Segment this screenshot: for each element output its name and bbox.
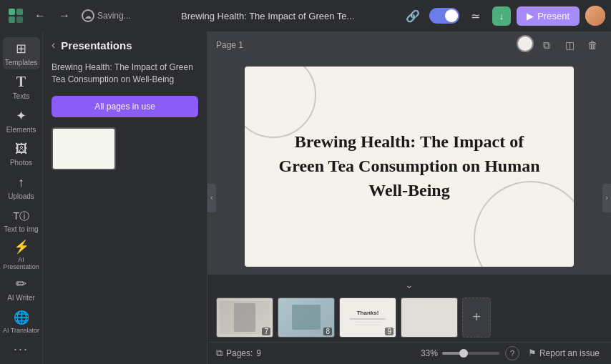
add-page-icon: + [472,309,481,325]
sidebar-item-texts[interactable]: T Texts [3,71,40,103]
saving-text: Saving... [97,11,131,21]
duplicate-button[interactable]: ⧉ [537,35,557,55]
avatar[interactable] [585,6,605,26]
panel-header: ‹ Presentations [43,31,207,59]
connect-button[interactable]: 🔗 [402,5,424,26]
report-icon: ⚑ [528,348,537,358]
pages-icon: ⧉ [216,348,223,359]
report-issue-button[interactable]: ⚑ Report an issue [525,346,602,360]
undo-button[interactable]: ← [30,6,50,26]
sidebar-item-uploads[interactable]: ↑ Uploads [3,172,40,204]
zoom-slider[interactable] [442,352,499,355]
canvas-area: Page 1 ⧉ ◫ 🗑 ‹ Brewing Health: The Impac… [207,31,611,364]
sidebar-item-photos[interactable]: 🖼 Photos [3,138,40,170]
panel-title: Presentations [61,39,132,51]
status-bar: ⧉ Pages: 9 33% ? ⚑ Report an issue [207,342,611,364]
main-content: ⊞ Templates T Texts ✦ Elements 🖼 Photos … [0,31,611,364]
thumbnail-area [43,122,207,176]
texts-label: Texts [13,92,29,100]
toggle-switch[interactable] [429,8,459,24]
color-picker[interactable] [517,35,534,52]
sidebar-item-templates[interactable]: ⊞ Templates [3,37,40,69]
zoom-percentage: 33% [413,348,438,358]
pages-info: ⧉ Pages: 9 [216,348,261,359]
filmstrip-toggle: ⌄ [207,275,611,295]
icon-sidebar: ⊞ Templates T Texts ✦ Elements 🖼 Photos … [0,31,43,364]
film-thumb-blank[interactable] [401,297,458,338]
film-num-7: 7 [262,328,270,335]
pages-count: 9 [256,348,261,358]
back-button[interactable]: ‹ [52,39,55,51]
page-label: Page 1 [216,40,243,50]
ai-presentation-icon: ⚡ [14,239,29,255]
more-items[interactable]: ··· [3,340,40,358]
redo-button[interactable]: → [54,6,74,26]
delete-button[interactable]: 🗑 [582,35,602,55]
zoom-thumb [459,349,468,358]
ai-translator-icon: 🌐 [14,310,29,325]
sidebar-item-ai-presentation[interactable]: ⚡ AI Presentation [3,239,40,271]
film-thumb-7[interactable]: 7 [216,297,273,338]
sidebar-item-ai-translator[interactable]: 🌐 AI Translator [3,306,40,338]
photos-icon: 🖼 [15,142,28,157]
filmstrip-chevron-button[interactable]: ⌄ [396,277,422,292]
all-pages-button[interactable]: All pages in use [52,96,198,117]
film-num-8: 8 [323,328,332,335]
toggle-knob [445,9,458,22]
collapse-right-handle[interactable]: › [602,184,611,212]
help-button[interactable]: ? [505,346,519,360]
templates-label: Templates [5,59,38,67]
slide-thumbnail[interactable] [52,127,116,170]
uploads-label: Uploads [8,192,34,200]
presentation-info: Brewing Health: The Impact of Green Tea … [43,59,207,92]
collapse-left-handle[interactable]: ‹ [207,184,216,212]
panel-sidebar: ‹ Presentations Brewing Health: The Impa… [43,31,207,364]
sidebar-item-text-to-img[interactable]: Tⓘ Text to img [3,205,40,237]
download-icon: ↓ [499,11,504,21]
present-label: Present [537,11,570,21]
ai-translator-label: AI Translator [3,328,39,335]
ai-presentation-label: AI Presentation [3,257,40,271]
present-button[interactable]: ▶ Present [517,6,580,26]
share-button[interactable]: ≃ [465,5,487,26]
app-header: ← → ☁ Saving... Brewing Health: The Impa… [0,0,611,31]
film-thumb-9[interactable]: Thanks! 9 [339,297,396,338]
slide-title: Brewing Health: The Impact of Green Tea … [245,116,574,217]
add-page-button[interactable]: + [462,297,491,338]
document-title: Brewing Health: The Impact of Green Te..… [138,11,398,21]
presentation-name: Brewing Health: The Impact of Green Tea … [52,62,198,86]
text-to-img-icon: Tⓘ [13,210,29,223]
film-thumb-8[interactable]: 8 [278,297,335,338]
svg-rect-0 [9,9,15,15]
svg-rect-1 [16,9,23,15]
templates-icon: ⊞ [16,41,26,56]
app-logo [6,6,26,26]
sidebar-item-elements[interactable]: ✦ Elements [3,104,40,137]
elements-icon: ✦ [16,108,26,124]
ai-writer-label: AI Writer [7,294,35,302]
elements-label: Elements [6,126,36,134]
zoom-control: 33% [413,348,499,358]
present-icon: ▶ [527,11,534,21]
filmstrip-container: ⌄ 7 8 [207,274,611,342]
uploads-icon: ↑ [18,175,24,190]
zoom-fill [442,352,461,355]
film-thanks-text: Thanks! [357,310,379,316]
avatar-image [585,6,605,26]
blank-content [401,298,457,337]
photos-label: Photos [10,159,32,167]
svg-rect-2 [9,16,15,23]
download-button[interactable]: ↓ [492,6,512,26]
film-num-9: 9 [385,328,394,335]
saving-indicator: ☁ Saving... [79,9,134,22]
sidebar-item-ai-writer[interactable]: ✏ AI Writer [3,272,40,305]
canvas-tools: ⧉ ◫ 🗑 [517,35,602,55]
slide[interactable]: Brewing Health: The Impact of Green Tea … [245,67,574,267]
slide-canvas: ‹ Brewing Health: The Impact of Green Te… [207,59,611,274]
pages-label: Pages: [226,348,253,358]
header-actions: 🔗 ≃ ↓ ▶ Present [402,5,605,26]
ai-writer-icon: ✏ [16,276,26,292]
canvas-top-bar: Page 1 ⧉ ◫ 🗑 [207,31,611,59]
copy-button[interactable]: ◫ [559,35,580,55]
report-label: Report an issue [539,348,600,358]
